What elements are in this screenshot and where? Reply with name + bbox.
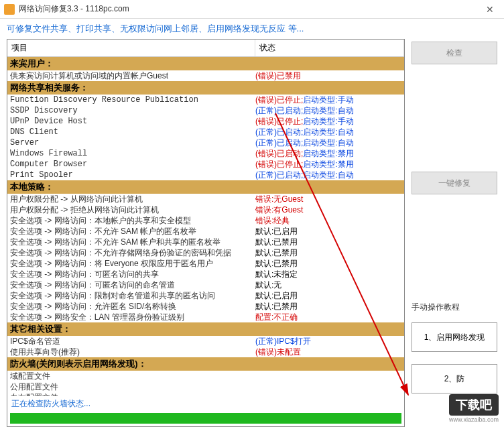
row-status: 默认:无: [255, 280, 401, 290]
row-status: [255, 371, 401, 381]
table-row[interactable]: Computer Browser(错误)已停止;启动类型:禁用: [7, 159, 404, 170]
row-status: 错误:有Guest: [255, 204, 401, 215]
repair-button[interactable]: 一键修复: [412, 172, 497, 194]
row-item: 使用共享向导(推荐): [10, 347, 255, 357]
row-item: 公用配置文件: [10, 381, 255, 392]
row-status: (正常)已启动;启动类型:自动: [255, 127, 401, 137]
row-item: 安全选项 -> 网络访问：允许匿名 SID/名称转换: [10, 301, 255, 312]
row-status: [255, 381, 401, 392]
row-item: 供来宾访问计算机或访问域的内置帐户Guest: [10, 70, 255, 81]
table-row[interactable]: 供来宾访问计算机或访问域的内置帐户Guest(错误)已禁用: [7, 70, 404, 81]
row-item: Print Spooler: [10, 170, 255, 180]
table-row[interactable]: DNS Client(正常)已启动;启动类型:自动: [7, 127, 404, 137]
table-row[interactable]: 安全选项 -> 网络访问：允许匿名 SID/名称转换默认:已禁用: [7, 301, 404, 312]
table-row[interactable]: 安全选项 -> 网络访问：将 Everyone 权限应用于匿名用户默认:已禁用: [7, 258, 404, 269]
table-row[interactable]: 安全选项 -> 网络访问：不允许 SAM 帐户和共享的匿名枚举默认:已禁用: [7, 237, 404, 247]
row-item: 安全选项 -> 网络访问：不允许存储网络身份验证的密码和凭据: [10, 247, 255, 258]
table-row[interactable]: Print Spooler(正常)已启动;启动类型:自动: [7, 170, 404, 180]
table-row[interactable]: UPnP Device Host(错误)已停止;启动类型:手动: [7, 116, 404, 127]
table-header: 项目 状态: [7, 40, 404, 57]
table-row[interactable]: 安全选项 -> 网络访问：可匿名访问的共享默认:未指定: [7, 269, 404, 280]
row-item: 用户权限分配 -> 从网络访问此计算机: [10, 194, 255, 204]
row-status: (错误)已停止;启动类型:禁用: [255, 159, 401, 170]
manual-btn-2[interactable]: 2、防: [412, 364, 497, 393]
row-item: 安全选项 -> 网络访问：不允许 SAM 帐户的匿名枚举: [10, 226, 255, 237]
row-status: 错误:经典: [255, 215, 401, 226]
row-item: Windows Firewall: [10, 148, 255, 159]
row-item: 域配置文件: [10, 371, 255, 381]
row-status: 默认:已启用: [255, 290, 401, 301]
manual-label: 手动操作教程: [412, 302, 497, 313]
table-row[interactable]: 安全选项 -> 网络访问：不允许 SAM 帐户的匿名枚举默认:已启用: [7, 226, 404, 237]
table-row[interactable]: 安全选项 -> 网络访问：可匿名访问的命名管道默认:无: [7, 280, 404, 290]
table-row[interactable]: Server(正常)已启动;启动类型:自动: [7, 137, 404, 148]
subtitle-text: 可修复文件共享、打印共享、无权限访问网上邻居、启用网络发现无反应 等...: [0, 19, 504, 39]
row-item: 安全选项 -> 网络访问：将 Everyone 权限应用于匿名用户: [10, 258, 255, 269]
row-status: 配置:不正确: [255, 312, 401, 322]
table-row[interactable]: 安全选项 -> 网络访问：本地帐户的共享和安全模型错误:经典: [7, 215, 404, 226]
manual-btn-1[interactable]: 1、启用网络发现: [412, 322, 497, 352]
row-status: (错误)未配置: [255, 347, 401, 357]
row-status: 错误:无Guest: [255, 194, 401, 204]
results-panel: 项目 状态 来宾用户：供来宾访问计算机或访问域的内置帐户Guest(错误)已禁用…: [7, 39, 405, 427]
window-titlebar: 网络访问修复3.3 - 1118pc.com ✕: [0, 0, 504, 19]
row-status: (正常)已启动;启动类型:自动: [255, 105, 401, 116]
table-row[interactable]: 安全选项 -> 网络访问：限制对命名管道和共享的匿名访问默认:已启用: [7, 290, 404, 301]
watermark: 下载吧 www.xiazaiba.com: [449, 394, 499, 423]
row-status: (错误)已禁用: [255, 70, 401, 81]
column-status[interactable]: 状态: [255, 40, 404, 56]
row-item: 安全选项 -> 网络安全：LAN 管理器身份验证级别: [10, 312, 255, 322]
section-header: 其它相关设置：: [7, 322, 404, 336]
row-status: 默认:已启用: [255, 226, 401, 237]
table-row[interactable]: 公用配置文件: [7, 381, 404, 392]
row-item: UPnP Device Host: [10, 116, 255, 127]
table-row[interactable]: Windows Firewall(错误)已启动;启动类型:禁用: [7, 148, 404, 159]
section-header: 防火墙(关闭则表示启用网络发现)：: [7, 357, 404, 371]
row-item: DNS Client: [10, 127, 255, 137]
row-item: 安全选项 -> 网络访问：可匿名访问的命名管道: [10, 280, 255, 290]
section-header: 网络共享相关服务：: [7, 81, 404, 95]
row-status: (正常)IPC$打开: [255, 336, 401, 347]
row-status: 默认:已禁用: [255, 258, 401, 269]
status-line: 正在检查防火墙状态...: [7, 396, 404, 412]
row-status: 默认:未指定: [255, 269, 401, 280]
row-status: (错误)已停止;启动类型:手动: [255, 95, 401, 105]
row-item: IPC$命名管道: [10, 336, 255, 347]
watermark-text: 下载吧: [449, 394, 499, 416]
row-item: 安全选项 -> 网络访问：本地帐户的共享和安全模型: [10, 215, 255, 226]
column-item[interactable]: 项目: [7, 40, 255, 56]
row-item: Server: [10, 137, 255, 148]
row-item: 用户权限分配 -> 拒绝从网络访问此计算机: [10, 204, 255, 215]
watermark-url: www.xiazaiba.com: [449, 416, 499, 423]
app-icon: [4, 4, 15, 15]
table-row[interactable]: 域配置文件: [7, 371, 404, 381]
row-item: SSDP Discovery: [10, 105, 255, 116]
row-status: (正常)已启动;启动类型:自动: [255, 170, 401, 180]
row-status: (错误)已停止;启动类型:手动: [255, 116, 401, 127]
row-item: 安全选项 -> 网络访问：不允许 SAM 帐户和共享的匿名枚举: [10, 237, 255, 247]
row-status: (错误)已启动;启动类型:禁用: [255, 148, 401, 159]
row-status: 默认:已禁用: [255, 237, 401, 247]
table-row[interactable]: 用户权限分配 -> 从网络访问此计算机错误:无Guest: [7, 194, 404, 204]
table-row[interactable]: 安全选项 -> 网络访问：不允许存储网络身份验证的密码和凭据默认:已禁用: [7, 247, 404, 258]
window-title: 网络访问修复3.3 - 1118pc.com: [19, 3, 480, 15]
table-row[interactable]: 使用共享向导(推荐)(错误)未配置: [7, 347, 404, 357]
close-button[interactable]: ✕: [480, 2, 500, 17]
section-header: 来宾用户：: [7, 57, 404, 70]
table-row[interactable]: Function Discovery Resource Publication(…: [7, 95, 404, 105]
table-row[interactable]: SSDP Discovery(正常)已启动;启动类型:自动: [7, 105, 404, 116]
table-body[interactable]: 来宾用户：供来宾访问计算机或访问域的内置帐户Guest(错误)已禁用网络共享相关…: [7, 57, 404, 396]
table-row[interactable]: 用户权限分配 -> 拒绝从网络访问此计算机错误:有Guest: [7, 204, 404, 215]
table-row[interactable]: 安全选项 -> 网络安全：LAN 管理器身份验证级别配置:不正确: [7, 312, 404, 322]
row-item: Function Discovery Resource Publication: [10, 95, 255, 105]
row-status: 默认:已禁用: [255, 301, 401, 312]
right-panel: 检查 一键修复 手动操作教程 1、启用网络发现 2、防: [412, 39, 497, 427]
row-item: 安全选项 -> 网络访问：限制对命名管道和共享的匿名访问: [10, 290, 255, 301]
row-status: 默认:已禁用: [255, 247, 401, 258]
table-row[interactable]: IPC$命名管道(正常)IPC$打开: [7, 336, 404, 347]
row-status: (正常)已启动;启动类型:自动: [255, 137, 401, 148]
section-header: 本地策略：: [7, 180, 404, 194]
progress-bar: [10, 413, 401, 424]
row-item: 安全选项 -> 网络访问：可匿名访问的共享: [10, 269, 255, 280]
check-button[interactable]: 检查: [412, 42, 497, 64]
